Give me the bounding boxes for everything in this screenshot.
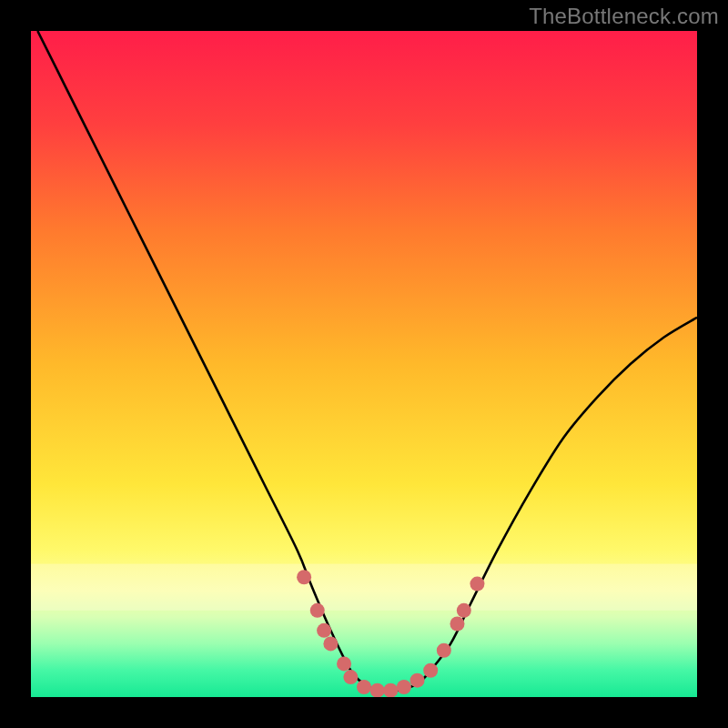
curve-marker-dot (357, 680, 371, 694)
curve-marker-dot (437, 643, 451, 658)
curve-marker-dot (337, 656, 351, 671)
curve-marker-dot (317, 623, 331, 638)
curve-marker-dot (383, 683, 398, 697)
curve-marker-dot (310, 603, 325, 618)
curve-marker-dot (457, 603, 471, 618)
curve-marker-dot (370, 683, 385, 697)
plot-area (31, 31, 697, 697)
watermark-text: TheBottleneck.com (529, 4, 719, 29)
chart-frame: TheBottleneck.com (0, 0, 728, 728)
chart-svg (31, 31, 697, 697)
curve-marker-dot (397, 680, 411, 694)
curve-marker-dot (343, 670, 358, 684)
curve-marker-dot (410, 673, 425, 688)
curve-marker-dot (423, 663, 438, 678)
curve-marker-dot (450, 616, 464, 631)
curve-marker-dot (470, 577, 484, 592)
chart-hazy-band (31, 564, 697, 611)
curve-marker-dot (297, 570, 311, 584)
curve-marker-dot (323, 636, 338, 651)
